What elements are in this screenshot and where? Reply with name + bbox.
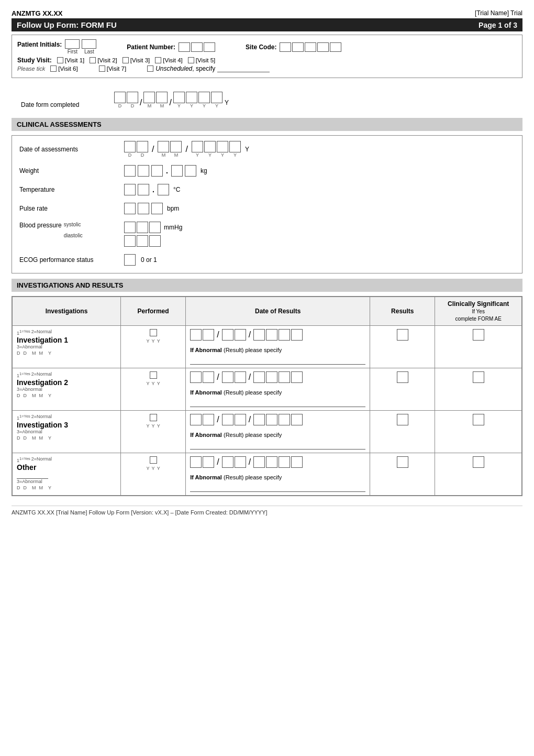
unscheduled-checkbox[interactable]: [147, 65, 153, 72]
site-code-box-2[interactable]: [292, 42, 304, 52]
visit1-checkbox[interactable]: [57, 57, 63, 63]
pulse-box1[interactable]: [124, 203, 136, 214]
bp-sys2[interactable]: [137, 222, 148, 233]
inv1-abnormal-line[interactable]: [190, 356, 365, 365]
patient-num-box-3[interactable]: [204, 42, 215, 52]
site-code-box-5[interactable]: [330, 42, 341, 52]
bp-dia3[interactable]: [149, 235, 161, 247]
inv2-dr-m2[interactable]: [235, 371, 246, 383]
inv2-abnormal-line[interactable]: [190, 399, 365, 407]
visit2-checkbox[interactable]: [90, 57, 96, 63]
inv3-dr-d2[interactable]: [203, 414, 214, 425]
weight-box2[interactable]: [138, 165, 149, 177]
visit4-checkbox[interactable]: [155, 57, 161, 63]
weight-dec2[interactable]: [185, 165, 196, 177]
inv2-dr-y4[interactable]: [291, 371, 303, 383]
inv1-dr-y2[interactable]: [266, 329, 277, 341]
inv-other-super3[interactable]: [17, 472, 48, 479]
inv-other-dr-m1[interactable]: [222, 456, 233, 468]
patient-num-box-2[interactable]: [191, 42, 203, 52]
inv1-sig-cb[interactable]: [473, 329, 484, 341]
date-d1[interactable]: [114, 92, 126, 103]
date-y3[interactable]: [198, 92, 210, 103]
inv2-results-cb[interactable]: [397, 371, 408, 383]
inv3-dr-m1[interactable]: [222, 414, 233, 425]
initials-last-box[interactable]: [82, 39, 96, 49]
site-code-box-1[interactable]: [280, 42, 291, 52]
visit7-checkbox[interactable]: [99, 65, 105, 72]
inv3-abnormal-line[interactable]: [190, 441, 365, 450]
visit3-checkbox[interactable]: [123, 57, 129, 63]
date-y2[interactable]: [186, 92, 197, 103]
site-code-box-3[interactable]: [305, 42, 316, 52]
patient-num-box-1[interactable]: [179, 42, 190, 52]
inv2-performed-cb[interactable]: [150, 371, 157, 379]
inv3-results-cb[interactable]: [397, 414, 408, 425]
inv2-dr-d1[interactable]: [190, 371, 202, 383]
temp-box2[interactable]: [138, 184, 149, 195]
inv2-dr-d2[interactable]: [203, 371, 214, 383]
weight-dec1[interactable]: [171, 165, 183, 177]
inv3-dr-d1[interactable]: [190, 414, 202, 425]
inv-other-dr-m2[interactable]: [235, 456, 246, 468]
inv-other-abnormal-line[interactable]: [190, 484, 365, 492]
weight-box1[interactable]: [124, 165, 136, 177]
date-m1[interactable]: [143, 92, 155, 103]
initials-first-box[interactable]: [65, 39, 80, 49]
assess-d2[interactable]: [137, 141, 148, 152]
inv3-dr-m2[interactable]: [235, 414, 246, 425]
bp-dia2[interactable]: [137, 235, 148, 247]
inv2-dr-y1[interactable]: [253, 371, 265, 383]
pulse-box3[interactable]: [151, 203, 163, 214]
inv-other-dr-y3[interactable]: [279, 456, 290, 468]
weight-box3[interactable]: [151, 165, 163, 177]
inv2-sig-cb[interactable]: [473, 371, 484, 383]
inv-other-dr-d2[interactable]: [203, 456, 214, 468]
inv3-sig-cb[interactable]: [473, 414, 484, 425]
inv1-dr-y1[interactable]: [253, 329, 265, 341]
inv1-dr-y4[interactable]: [291, 329, 303, 341]
inv-other-dr-y4[interactable]: [291, 456, 303, 468]
inv3-performed-cb[interactable]: [150, 414, 157, 421]
inv1-dr-m2[interactable]: [235, 329, 246, 341]
bp-dia1[interactable]: [124, 235, 136, 247]
pulse-box2[interactable]: [138, 203, 149, 214]
assess-y1[interactable]: [192, 141, 203, 152]
visit6-checkbox[interactable]: [50, 65, 57, 72]
assess-d1[interactable]: [124, 141, 136, 152]
assess-y4[interactable]: [229, 141, 241, 152]
inv3-dr-y3[interactable]: [279, 414, 290, 425]
inv1-dr-y3[interactable]: [279, 329, 290, 341]
inv-other-performed-cb[interactable]: [150, 456, 157, 464]
temp-box1[interactable]: [124, 184, 136, 195]
inv1-dr-d2[interactable]: [203, 329, 214, 341]
inv3-dr-y4[interactable]: [291, 414, 303, 425]
ecog-box[interactable]: [124, 254, 136, 266]
assess-y3[interactable]: [217, 141, 228, 152]
bp-sys3[interactable]: [149, 222, 161, 233]
inv1-dr-d1[interactable]: [190, 329, 202, 341]
date-y1[interactable]: [173, 92, 185, 103]
date-d2[interactable]: [127, 92, 138, 103]
inv3-dr-y2[interactable]: [266, 414, 277, 425]
temp-dec1[interactable]: [158, 184, 169, 195]
inv1-performed-cb[interactable]: [150, 329, 157, 336]
inv2-dr-y2[interactable]: [266, 371, 277, 383]
date-m2[interactable]: [156, 92, 168, 103]
inv2-dr-m1[interactable]: [222, 371, 233, 383]
inv-other-dr-y2[interactable]: [266, 456, 277, 468]
site-code-box-4[interactable]: [317, 42, 329, 52]
unscheduled-input[interactable]: [217, 65, 270, 72]
inv1-dr-m1[interactable]: [222, 329, 233, 341]
inv2-dr-y3[interactable]: [279, 371, 290, 383]
inv-other-sig-cb[interactable]: [473, 456, 484, 468]
inv-other-results-cb[interactable]: [397, 456, 408, 468]
assess-m1[interactable]: [158, 141, 169, 152]
assess-y2[interactable]: [204, 141, 216, 152]
visit5-checkbox[interactable]: [188, 57, 194, 63]
bp-sys1[interactable]: [124, 222, 136, 233]
date-y4[interactable]: [211, 92, 222, 103]
assess-m2[interactable]: [170, 141, 182, 152]
inv3-dr-y1[interactable]: [253, 414, 265, 425]
inv1-results-cb[interactable]: [397, 329, 408, 341]
